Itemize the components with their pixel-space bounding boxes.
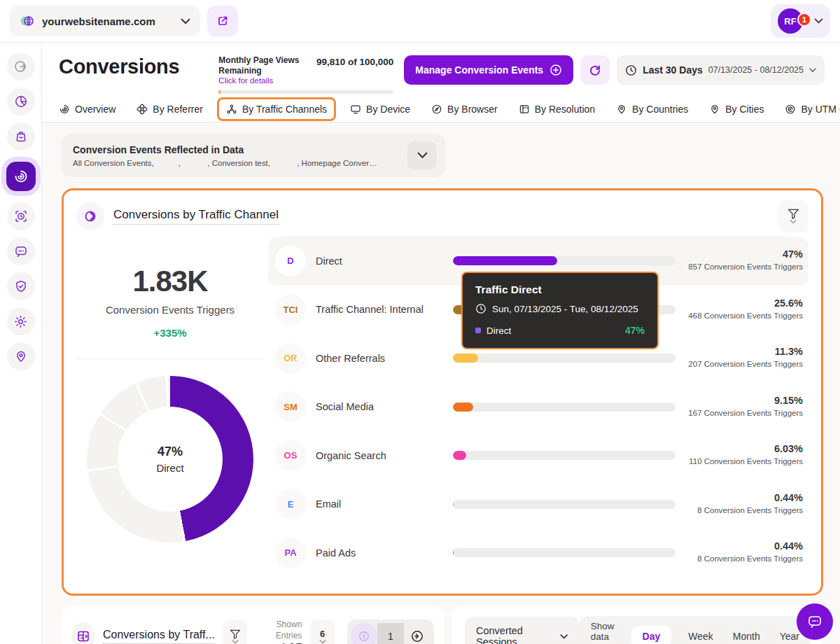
tooltip-series-value: 47% bbox=[625, 325, 645, 336]
channel-label: Paid Ads bbox=[316, 547, 443, 559]
card-title: Conversions by Traffic Channel bbox=[113, 208, 279, 225]
channel-percent: 0.44% bbox=[685, 492, 803, 503]
website-name: yourwebsitename.com bbox=[42, 15, 155, 27]
banner-expand-button[interactable] bbox=[407, 141, 437, 169]
traffic-donut-chart[interactable]: 47% Direct bbox=[87, 376, 253, 542]
collapse-sidebar-icon[interactable] bbox=[7, 52, 35, 80]
metric-dropdown[interactable]: Converted Sessions bbox=[465, 617, 580, 644]
date-chevron-icon bbox=[809, 68, 816, 73]
channel-bar-fill bbox=[453, 256, 557, 265]
channel-badge: D bbox=[275, 246, 306, 276]
channel-bar-fill bbox=[453, 402, 473, 412]
channel-badge: E bbox=[275, 489, 306, 519]
date-range-label: Last 30 Days bbox=[643, 64, 703, 76]
tab-by-resolution[interactable]: By Resolution bbox=[519, 104, 595, 115]
channel-row-paid-ads[interactable]: PA Paid Ads 0.44%8 Conversion Events Tri… bbox=[268, 528, 808, 578]
conversion-events-banner: Conversion Events Reflected in Data All … bbox=[62, 134, 445, 177]
channel-label: Traffic Channel: Internal bbox=[316, 304, 443, 315]
filter-chevron-icon bbox=[790, 220, 797, 224]
tab-by-device[interactable]: By Device bbox=[350, 104, 410, 115]
channel-bar-fill bbox=[453, 500, 454, 509]
tooltip-series-name: Direct bbox=[486, 326, 511, 336]
external-link-icon bbox=[216, 15, 229, 27]
account-chevron-icon bbox=[814, 18, 823, 24]
channel-percent: 47% bbox=[685, 248, 803, 260]
channel-bar-fill bbox=[453, 354, 478, 363]
tooltip-clock-icon bbox=[475, 303, 486, 314]
settings-icon[interactable] bbox=[7, 307, 35, 335]
browser-icon bbox=[431, 104, 442, 115]
channel-percent: 9.15% bbox=[685, 395, 803, 406]
donut-chart-icon bbox=[76, 202, 104, 230]
locations-icon[interactable] bbox=[7, 342, 35, 370]
chat-bubble-icon bbox=[806, 613, 823, 630]
total-conversions-value: 1.83K bbox=[76, 265, 264, 298]
tab-by-browser[interactable]: By Browser bbox=[431, 104, 498, 115]
prev-page-button[interactable] bbox=[351, 623, 377, 644]
tab-overview[interactable]: Overview bbox=[59, 104, 115, 115]
current-page[interactable]: 1 bbox=[377, 623, 404, 644]
period-week[interactable]: Week bbox=[688, 631, 713, 642]
channel-count: 167 Conversion Events Triggers bbox=[685, 407, 803, 419]
conversions-icon[interactable] bbox=[6, 162, 36, 191]
next-page-button[interactable] bbox=[404, 623, 430, 644]
feedback-icon[interactable] bbox=[7, 237, 35, 265]
channel-bar-fill bbox=[453, 548, 454, 557]
tab-by-countries[interactable]: By Countries bbox=[616, 104, 688, 115]
support-chat-button[interactable] bbox=[797, 603, 833, 640]
refresh-button[interactable] bbox=[580, 55, 610, 85]
quota-details-link[interactable]: Click for details bbox=[218, 76, 311, 85]
traffic-channel-card: Conversions by Traffic Channel bbox=[62, 188, 823, 596]
referrer-icon bbox=[136, 104, 148, 115]
sidebar bbox=[0, 43, 42, 644]
account-menu[interactable]: RF 1 bbox=[771, 4, 830, 38]
channel-count: 110 Conversion Events Triggers bbox=[685, 456, 803, 468]
open-website-button[interactable] bbox=[207, 6, 238, 36]
donut-center-percent: 47% bbox=[158, 444, 183, 459]
channel-bar bbox=[453, 500, 676, 509]
quota-progressbar bbox=[218, 90, 393, 94]
channel-count: 207 Conversion Events Triggers bbox=[685, 358, 803, 370]
conversions-table-card: Conversions by Traff... Shown Entries 1-… bbox=[62, 606, 444, 644]
quota-value: 99,810 of 100,000 bbox=[316, 57, 393, 67]
banner-title: Conversion Events Reflected in Data bbox=[73, 144, 381, 155]
channel-label: Social Media bbox=[316, 401, 443, 412]
tab-by-cities[interactable]: By Cities bbox=[709, 104, 764, 115]
quota-progress-fill bbox=[218, 90, 220, 94]
donut-center: 47% Direct bbox=[118, 407, 223, 512]
quota-label: Monthly Page Views Remaining bbox=[218, 55, 311, 76]
table-filter-button[interactable] bbox=[223, 620, 248, 644]
report-tabs: Overview By Referrer By Traffic Channels… bbox=[42, 98, 840, 122]
donut-center-label: Direct bbox=[156, 462, 183, 474]
period-month[interactable]: Month bbox=[733, 631, 760, 642]
banner-subtitle: All Conversion Events, , , Conversion te… bbox=[73, 159, 381, 167]
tab-by-traffic-channels[interactable]: By Traffic Channels bbox=[217, 97, 336, 121]
date-range-value: 07/13/2025 - 08/12/2025 bbox=[708, 65, 804, 75]
period-day[interactable]: Day bbox=[631, 626, 672, 644]
channel-row-organic-search[interactable]: OS Organic Search 6.03%110 Conversion Ev… bbox=[268, 431, 808, 480]
tab-by-utm-campaign[interactable]: By UTM Campaign bbox=[785, 104, 840, 115]
dashboard-icon[interactable] bbox=[7, 88, 35, 115]
channel-bar bbox=[453, 256, 676, 265]
date-range-picker[interactable]: Last 30 Days 07/13/2025 - 08/12/2025 bbox=[617, 55, 825, 85]
channel-percent: 6.03% bbox=[685, 443, 803, 454]
manage-conversion-events-button[interactable]: Manage Conversion Events bbox=[404, 55, 573, 85]
refresh-icon bbox=[589, 64, 601, 76]
channel-label: Direct bbox=[316, 255, 443, 267]
channel-row-email[interactable]: E Email 0.44%8 Conversion Events Trigger… bbox=[268, 480, 808, 529]
show-data-by-label: Show data by: bbox=[591, 621, 615, 644]
channel-label: Organic Search bbox=[316, 450, 443, 461]
tab-by-referrer[interactable]: By Referrer bbox=[136, 104, 203, 115]
sessions-icon[interactable] bbox=[7, 202, 35, 230]
channel-badge: TCI bbox=[275, 294, 306, 325]
website-selector[interactable]: yourwebsitename.com bbox=[10, 6, 200, 36]
ecommerce-icon[interactable] bbox=[7, 122, 35, 150]
channel-badge: OR bbox=[275, 343, 306, 374]
pagination: 1 bbox=[347, 620, 434, 644]
channel-row-social-media[interactable]: SM Social Media 9.15%167 Conversion Even… bbox=[268, 383, 808, 432]
card-filter-button[interactable] bbox=[778, 200, 808, 232]
period-year[interactable]: Year bbox=[780, 631, 799, 642]
page-size-selector[interactable]: 6 bbox=[310, 620, 335, 644]
privacy-icon[interactable] bbox=[7, 272, 35, 300]
channel-bar bbox=[453, 354, 676, 363]
